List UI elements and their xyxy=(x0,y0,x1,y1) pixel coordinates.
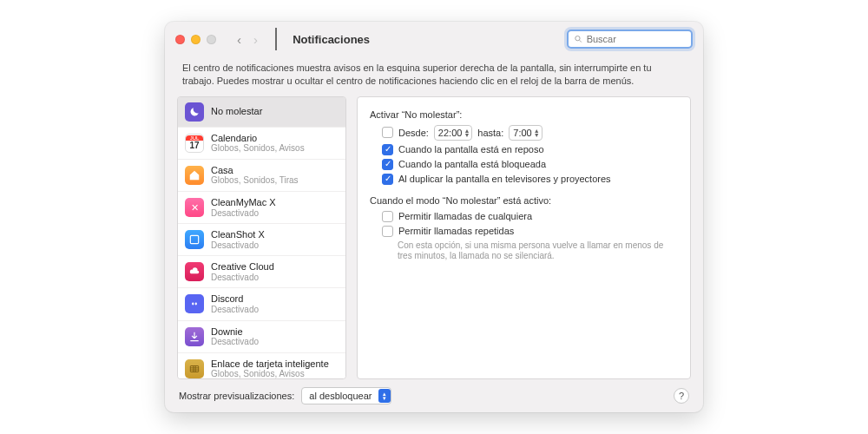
chevron-updown-icon: ▴▾ xyxy=(378,389,391,403)
schedule-row: Desde: 22:00 ▲▼ hasta: 7:00 ▲▼ xyxy=(382,125,678,141)
option-sleep-row: Cuando la pantalla está en reposo xyxy=(382,144,678,155)
app-icon xyxy=(185,294,204,313)
activate-heading: Activar “No molestar”: xyxy=(370,109,678,120)
svg-point-3 xyxy=(192,303,194,306)
sidebar-item-home[interactable]: CasaGlobos, Sonidos, Tiras xyxy=(178,160,345,192)
sidebar-item-calendar[interactable]: JUL 17 CalendarioGlobos, Sonidos, Avisos xyxy=(178,128,345,160)
sidebar-item-discord[interactable]: DiscordDesactivado xyxy=(178,288,345,320)
preview-label: Mostrar previsualizaciones: xyxy=(179,391,294,401)
help-button[interactable]: ? xyxy=(674,388,689,404)
option-repeated-row: Permitir llamadas repetidas xyxy=(382,226,678,237)
sidebar-item-sublabel: Globos, Sonidos, Avisos xyxy=(211,369,329,379)
sidebar-item-downie[interactable]: DownieDesactivado xyxy=(178,321,345,353)
sleep-checkbox[interactable] xyxy=(382,144,393,155)
back-button[interactable]: ‹ xyxy=(237,32,241,47)
sidebar-item-label: Downie xyxy=(211,326,259,338)
moon-icon xyxy=(185,102,204,122)
forward-button[interactable]: › xyxy=(253,32,258,47)
chip-icon xyxy=(185,359,204,378)
maximize-icon[interactable] xyxy=(207,35,216,44)
minimize-icon[interactable] xyxy=(191,35,201,44)
app-icon xyxy=(185,230,204,249)
option-mirroring-row: Al duplicar la pantalla en televisores y… xyxy=(382,174,678,185)
option-label: Cuando la pantalla está bloqueada xyxy=(398,159,546,169)
sidebar-item-sublabel: Desactivado xyxy=(211,273,274,283)
sidebar-item-label: Discord xyxy=(211,293,259,305)
to-time-value: 7:00 xyxy=(513,128,531,138)
option-label: Permitir llamadas repetidas xyxy=(398,226,514,236)
sidebar-item-creative-cloud[interactable]: Creative CloudDesactivado xyxy=(178,256,345,288)
home-icon xyxy=(185,166,204,185)
sidebar-item-sublabel: Desactivado xyxy=(211,208,276,219)
svg-line-1 xyxy=(580,40,582,42)
preview-value: al desbloquear xyxy=(309,391,372,401)
stepper-icon[interactable]: ▲▼ xyxy=(534,128,540,137)
from-label: Desde: xyxy=(398,128,429,138)
stepper-icon[interactable]: ▲▼ xyxy=(464,128,470,137)
repeated-calls-checkbox[interactable] xyxy=(382,226,393,237)
schedule-checkbox[interactable] xyxy=(382,127,393,138)
search-icon xyxy=(574,34,583,44)
search-field[interactable] xyxy=(567,30,693,49)
description-text: El centro de notificaciones muestra avis… xyxy=(165,56,703,96)
sidebar-item-label: Calendario xyxy=(211,133,305,144)
calls-everyone-checkbox[interactable] xyxy=(382,211,393,222)
sidebar-item-smartcard[interactable]: Enlace de tarjeta inteligenteGlobos, Son… xyxy=(178,353,345,379)
app-icon xyxy=(185,327,204,346)
sidebar-item-do-not-disturb[interactable]: No molestar xyxy=(178,97,345,128)
sidebar-item-cleanmymac[interactable]: ✕ CleanMyMac XDesactivado xyxy=(178,192,345,224)
option-calls-everyone-row: Permitir llamadas de cualquiera xyxy=(382,211,678,222)
option-label: Permitir llamadas de cualquiera xyxy=(398,211,532,221)
app-icon xyxy=(185,262,204,281)
mirroring-checkbox[interactable] xyxy=(382,174,393,185)
sidebar-item-cleanshot[interactable]: CleanShot XDesactivado xyxy=(178,224,345,256)
option-label: Al duplicar la pantalla en televisores y… xyxy=(398,174,611,184)
svg-rect-5 xyxy=(190,365,198,372)
locked-checkbox[interactable] xyxy=(382,159,393,170)
option-label: Cuando la pantalla está en reposo xyxy=(398,144,544,155)
sidebar-item-sublabel: Desactivado xyxy=(211,305,259,315)
sidebar-item-label: Casa xyxy=(211,165,299,176)
option-locked-row: Cuando la pantalla está bloqueada xyxy=(382,159,678,170)
show-all-icon[interactable] xyxy=(275,28,277,50)
detail-pane: Activar “No molestar”: Desde: 22:00 ▲▼ h… xyxy=(357,96,691,379)
calendar-icon: JUL 17 xyxy=(185,134,204,153)
sidebar-item-label: No molestar xyxy=(211,106,262,117)
sidebar-item-label: Enlace de tarjeta inteligente xyxy=(211,358,329,370)
from-time-field[interactable]: 22:00 ▲▼ xyxy=(434,125,472,141)
app-icon: ✕ xyxy=(185,198,204,217)
titlebar: ‹ › Notificaciones xyxy=(165,22,703,56)
nav-controls: ‹ › xyxy=(237,28,277,50)
search-input[interactable] xyxy=(587,34,686,44)
footer: Mostrar previsualizaciones: al desbloque… xyxy=(165,379,703,412)
svg-point-0 xyxy=(575,36,580,40)
sidebar-item-label: CleanMyMac X xyxy=(211,197,276,208)
sidebar-item-label: Creative Cloud xyxy=(211,261,274,273)
window-title: Notificaciones xyxy=(293,33,370,46)
content-area: No molestar JUL 17 CalendarioGlobos, Son… xyxy=(165,96,703,379)
preferences-window: ‹ › Notificaciones El centro de notifica… xyxy=(165,22,703,412)
sidebar-item-label: CleanShot X xyxy=(211,229,265,240)
sidebar-item-sublabel: Globos, Sonidos, Avisos xyxy=(211,143,305,154)
sidebar-item-sublabel: Globos, Sonidos, Tiras xyxy=(211,175,299,186)
to-time-field[interactable]: 7:00 ▲▼ xyxy=(509,125,542,141)
sidebar-item-sublabel: Desactivado xyxy=(211,337,259,347)
when-active-heading: Cuando el modo “No molestar” está activo… xyxy=(370,195,678,206)
preview-select[interactable]: al desbloquear ▴▾ xyxy=(301,387,391,404)
from-time-value: 22:00 xyxy=(438,128,463,138)
close-icon[interactable] xyxy=(175,35,185,44)
svg-rect-2 xyxy=(190,236,198,244)
repeated-calls-note: Con esta opción, si una misma persona vu… xyxy=(398,240,678,262)
app-sidebar[interactable]: No molestar JUL 17 CalendarioGlobos, Son… xyxy=(177,96,346,379)
sidebar-item-sublabel: Desactivado xyxy=(211,240,265,251)
window-controls xyxy=(175,35,216,44)
svg-point-4 xyxy=(195,303,197,306)
to-label: hasta: xyxy=(477,128,503,138)
